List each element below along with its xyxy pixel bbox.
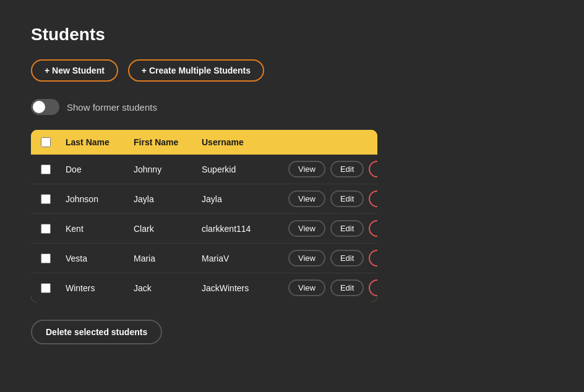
cell-last-name: Winters [66,283,134,293]
action-buttons: + New Student + Create Multiple Students [31,59,553,82]
cell-first-name: Johnny [134,164,202,174]
cell-last-name: Kent [66,224,134,234]
view-button[interactable]: View [288,190,325,207]
remove-button[interactable]: Remove [369,190,377,207]
cell-username: Jayla [202,194,288,204]
cell-first-name: Maria [134,254,202,263]
table-row: Doe Johnny Superkid View Edit Remove [31,155,377,184]
delete-selected-button[interactable]: Delete selected students [31,320,162,344]
table-row: Vesta Maria MariaV View Edit Remove [31,244,377,273]
table-row: Johnson Jayla Jayla View Edit Remove [31,184,377,214]
new-student-button[interactable]: + New Student [31,59,118,82]
edit-button[interactable]: Edit [330,279,364,296]
remove-button[interactable]: Remove [369,220,377,237]
table-body: Doe Johnny Superkid View Edit Remove Joh… [31,155,377,302]
cell-username: JackWinters [202,283,288,293]
row-actions: View Edit Remove [288,161,377,177]
view-button[interactable]: View [288,161,325,177]
view-button[interactable]: View [288,279,325,296]
remove-button[interactable]: Remove [369,279,377,296]
cell-username: clarkkent114 [202,224,288,234]
row-actions: View Edit Remove [288,190,377,207]
create-multiple-button[interactable]: + Create Multiple Students [128,59,264,82]
row-actions: View Edit Remove [288,220,377,237]
remove-button[interactable]: Remove [369,250,377,266]
col-last-name: Last Name [66,137,134,147]
row-actions: View Edit Remove [288,279,377,296]
edit-button[interactable]: Edit [330,250,364,266]
select-all-checkbox[interactable] [41,137,51,147]
page-title: Students [31,25,553,45]
col-username: Username [202,137,288,147]
cell-last-name: Vesta [66,254,134,263]
row-checkbox[interactable] [41,224,51,234]
remove-button[interactable]: Remove [369,161,377,177]
cell-last-name: Johnson [66,194,134,204]
table-row: Kent Clark clarkkent114 View Edit Remove [31,214,377,244]
table-header-row: Last Name First Name Username [31,130,377,155]
cell-username: MariaV [202,254,288,263]
row-checkbox[interactable] [41,283,51,293]
view-button[interactable]: View [288,220,325,237]
row-checkbox[interactable] [41,254,51,263]
view-button[interactable]: View [288,250,325,266]
edit-button[interactable]: Edit [330,190,364,207]
students-table: Last Name First Name Username Doe Johnny… [31,130,377,302]
cell-last-name: Doe [66,164,134,174]
cell-first-name: Jayla [134,194,202,204]
col-first-name: First Name [134,137,202,147]
show-former-toggle[interactable] [31,99,59,115]
cell-username: Superkid [202,164,288,174]
cell-first-name: Jack [134,283,202,293]
table-row: Winters Jack JackWinters View Edit Remov… [31,273,377,302]
edit-button[interactable]: Edit [330,161,364,177]
row-checkbox[interactable] [41,194,51,204]
show-former-label: Show former students [67,102,157,113]
show-former-toggle-row: Show former students [31,99,553,115]
cell-first-name: Clark [134,224,202,234]
row-actions: View Edit Remove [288,250,377,266]
edit-button[interactable]: Edit [330,220,364,237]
row-checkbox[interactable] [41,164,51,174]
